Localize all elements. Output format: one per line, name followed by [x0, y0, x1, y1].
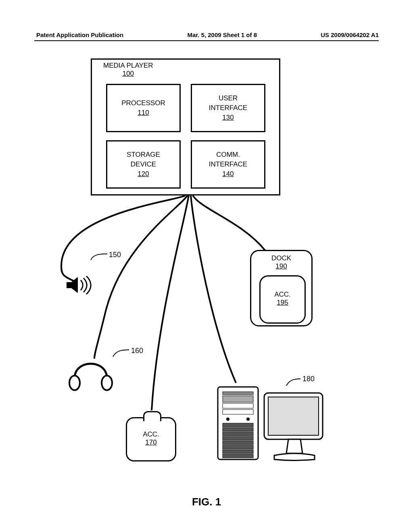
processor-label: PROCESSOR [121, 98, 165, 108]
svg-point-1 [102, 376, 112, 390]
accessory-box: ACC. 170 [126, 417, 176, 461]
comm-label: COMM. INTERFACE [209, 150, 247, 169]
processor-number: 110 [121, 108, 165, 118]
media-player-box: MEDIA PLAYER 100 PROCESSOR 110 USER INTE… [91, 58, 280, 195]
svg-point-7 [226, 418, 229, 421]
dock-acc-number: 195 [261, 299, 305, 307]
ui-number: 130 [209, 113, 247, 123]
dock-acc-box: ACC. 195 [259, 275, 306, 324]
ref-180: 180 [302, 375, 315, 383]
headphones-icon [69, 364, 112, 391]
dock-box: DOCK 190 ACC. 195 [250, 250, 313, 326]
dock-acc-label: ACC. [261, 291, 305, 299]
header-left: Patent Application Publication [36, 31, 123, 38]
storage-number: 120 [127, 169, 160, 179]
diagram: MEDIA PLAYER 100 PROCESSOR 110 USER INTE… [0, 56, 413, 500]
media-player-title: MEDIA PLAYER 100 [103, 62, 153, 78]
svg-rect-9 [223, 423, 253, 427]
svg-rect-6 [223, 409, 253, 414]
acc-number: 170 [127, 438, 175, 447]
svg-rect-14 [223, 445, 253, 449]
comm-number: 140 [209, 169, 247, 179]
header-rule [34, 40, 379, 41]
acc-label: ACC. [127, 430, 175, 438]
svg-point-8 [246, 418, 250, 421]
svg-rect-3 [223, 392, 253, 395]
computer-icon [218, 387, 323, 461]
svg-rect-18 [268, 397, 319, 435]
dock-number: 190 [251, 262, 311, 270]
svg-rect-11 [223, 432, 253, 436]
svg-rect-16 [223, 454, 253, 458]
ref-160: 160 [131, 347, 143, 355]
user-interface-box: USER INTERFACE 130 [191, 84, 265, 132]
figure-label: FIG. 1 [0, 496, 413, 508]
media-player-title-text: MEDIA PLAYER [103, 62, 153, 70]
accessory-connector [143, 411, 161, 421]
media-player-number: 100 [103, 70, 153, 78]
svg-rect-15 [223, 450, 253, 453]
svg-point-0 [69, 376, 80, 390]
dock-label: DOCK [251, 254, 311, 262]
svg-rect-5 [223, 403, 253, 408]
header-right: US 2009/0064202 A1 [321, 31, 379, 38]
storage-label: STORAGE DEVICE [127, 150, 160, 169]
svg-rect-12 [223, 436, 253, 440]
storage-box: STORAGE DEVICE 120 [106, 140, 181, 189]
header-center: Mar. 5, 2009 Sheet 1 of 8 [187, 31, 257, 38]
comm-interface-box: COMM. INTERFACE 140 [191, 140, 265, 189]
ui-label: USER INTERFACE [209, 94, 247, 113]
processor-box: PROCESSOR 110 [106, 84, 181, 132]
svg-rect-10 [223, 428, 253, 431]
ref-150: 150 [109, 251, 121, 259]
svg-rect-4 [223, 396, 253, 402]
svg-rect-13 [223, 441, 253, 445]
